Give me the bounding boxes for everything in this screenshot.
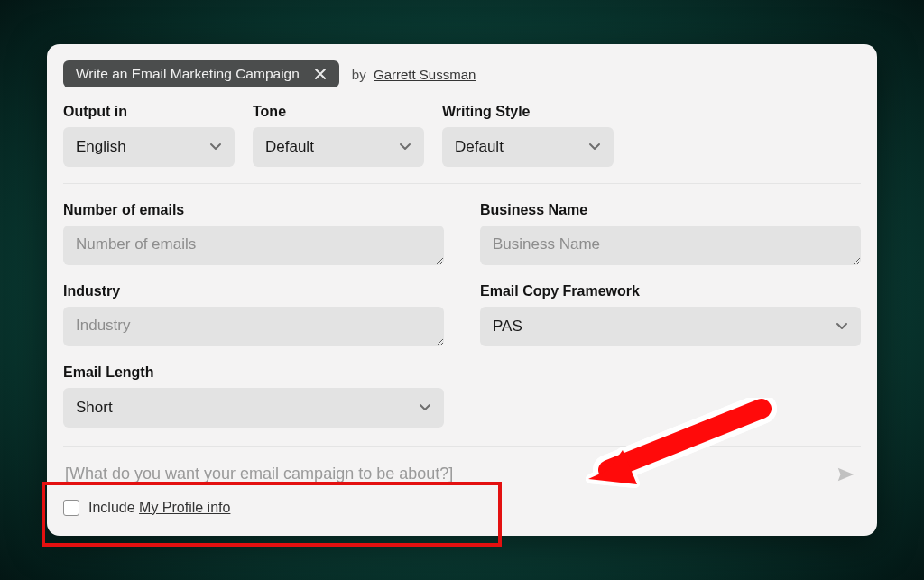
top-selects: Output in English Tone Default Writing S…	[63, 104, 861, 184]
business-name-label: Business Name	[480, 202, 861, 218]
include-profile-checkbox[interactable]	[63, 500, 79, 516]
chevron-down-icon	[419, 399, 431, 417]
chevron-down-icon	[209, 138, 222, 156]
close-icon[interactable]	[312, 68, 328, 80]
business-name-input[interactable]	[480, 226, 861, 265]
business-name-block: Business Name	[480, 202, 861, 265]
prompt-row	[63, 459, 861, 496]
output-in-value: English	[76, 138, 126, 156]
email-framework-select[interactable]: PAS	[480, 307, 861, 346]
email-framework-label: Email Copy Framework	[480, 283, 861, 299]
byline: by Garrett Sussman	[352, 67, 476, 82]
output-in-block: Output in English	[63, 104, 235, 167]
industry-label: Industry	[63, 283, 444, 299]
profile-checkbox-row: Include My Profile info	[63, 500, 861, 516]
email-length-label: Email Length	[63, 364, 444, 381]
number-of-emails-block: Number of emails	[63, 202, 444, 265]
tone-block: Tone Default	[253, 104, 424, 167]
tone-label: Tone	[253, 104, 424, 120]
email-length-value: Short	[76, 399, 113, 417]
email-framework-value: PAS	[493, 318, 522, 336]
writing-style-select[interactable]: Default	[442, 127, 614, 167]
number-of-emails-label: Number of emails	[63, 202, 444, 218]
profile-info-link[interactable]: My Profile info	[139, 500, 230, 515]
industry-input[interactable]	[63, 307, 444, 346]
header-row: Write an Email Marketing Campaign by Gar…	[63, 60, 861, 87]
email-framework-block: Email Copy Framework PAS	[480, 283, 861, 346]
chevron-down-icon	[588, 138, 601, 156]
writing-style-value: Default	[455, 138, 504, 156]
send-icon[interactable]	[832, 461, 859, 488]
writing-style-label: Writing Style	[442, 104, 614, 120]
chevron-down-icon	[836, 318, 848, 336]
chevron-down-icon	[399, 138, 411, 156]
industry-block: Industry	[63, 283, 444, 346]
include-profile-label: Include My Profile info	[88, 500, 230, 516]
empty-cell	[480, 364, 861, 428]
author-link[interactable]: Garrett Sussman	[374, 67, 476, 82]
tone-select[interactable]: Default	[253, 127, 424, 167]
prompt-input[interactable]	[63, 459, 832, 489]
campaign-form-card: Write an Email Marketing Campaign by Gar…	[47, 44, 877, 536]
include-prefix: Include	[88, 500, 135, 515]
writing-style-block: Writing Style Default	[442, 104, 614, 167]
template-chip-label: Write an Email Marketing Campaign	[76, 66, 300, 82]
form-grid: Number of emails Business Name Industry …	[63, 184, 861, 447]
email-length-block: Email Length Short	[63, 364, 444, 428]
email-length-select[interactable]: Short	[63, 388, 444, 428]
tone-value: Default	[265, 138, 314, 156]
number-of-emails-input[interactable]	[63, 226, 444, 265]
output-in-select[interactable]: English	[63, 127, 235, 167]
output-in-label: Output in	[63, 104, 235, 120]
by-prefix: by	[352, 67, 366, 82]
template-chip[interactable]: Write an Email Marketing Campaign	[63, 60, 339, 87]
